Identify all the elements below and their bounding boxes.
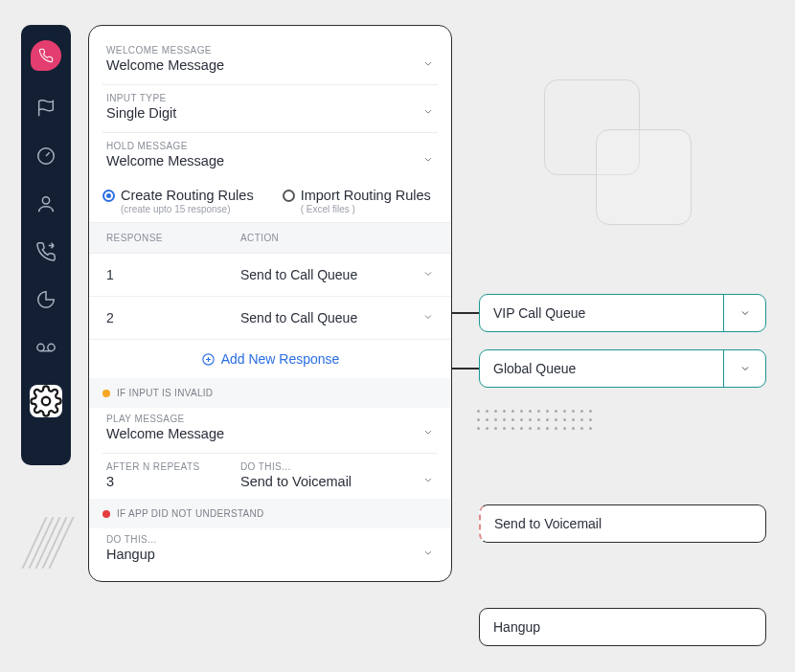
- user-icon[interactable]: [35, 193, 57, 214]
- after-repeats-row: AFTER N REPEATS 3 DO THIS... Send to Voi…: [89, 456, 451, 499]
- connector-line: [452, 312, 479, 314]
- chevron-down-icon: [422, 266, 434, 283]
- add-label: Add New Response: [221, 351, 340, 367]
- welcome-message-select[interactable]: WELCOME MESSAGE Welcome Message: [89, 39, 451, 82]
- field-value: Single Digit: [106, 105, 434, 121]
- chevron-down-icon: [422, 309, 434, 326]
- response-table-header: RESPONSE ACTION: [89, 222, 451, 254]
- routing-mode-radios: Create Routing Rules (create upto 15 res…: [89, 178, 451, 222]
- radio-label: Create Routing Rules: [121, 188, 254, 203]
- chevron-down-icon: [422, 545, 434, 562]
- header-response: RESPONSE: [106, 233, 240, 243]
- field-label: WELCOME MESSAGE: [106, 45, 434, 56]
- svg-point-4: [42, 397, 51, 406]
- dropdown-text: Global Queue: [493, 361, 723, 376]
- field-value: Send to Voicemail: [240, 474, 434, 489]
- field-value: 3: [106, 474, 240, 489]
- add-response-button[interactable]: Add New Response: [89, 340, 451, 378]
- chevron-down-icon: [422, 424, 434, 441]
- hold-message-select[interactable]: HOLD MESSAGE Welcome Message: [89, 135, 451, 178]
- queue-select-1[interactable]: VIP Call Queue: [479, 294, 766, 332]
- pie-icon[interactable]: [35, 289, 57, 310]
- svg-point-2: [37, 344, 44, 350]
- response-cell: 2: [106, 310, 240, 325]
- import-routing-radio[interactable]: Import Routing Rules ( Excel files ): [283, 188, 431, 214]
- radio-sublabel: ( Excel files ): [301, 204, 355, 214]
- gauge-icon[interactable]: [35, 146, 57, 167]
- after-n-field[interactable]: AFTER N REPEATS 3: [106, 461, 240, 489]
- settings-icon[interactable]: [30, 385, 62, 417]
- decorative-dots: [477, 410, 592, 430]
- phone-forward-icon[interactable]: [35, 241, 57, 262]
- final-do-this-select[interactable]: DO THIS... Hangup: [89, 528, 451, 571]
- input-type-select[interactable]: INPUT TYPE Single Digit: [89, 87, 451, 130]
- field-label: PLAY MESSAGE: [106, 414, 434, 424]
- action-cell: Send to Call Queue: [240, 267, 434, 282]
- plus-circle-icon: [201, 352, 216, 367]
- radio-sublabel: (create upto 15 response): [121, 204, 231, 214]
- chevron-down-icon: [723, 350, 765, 387]
- error-dot-icon: [102, 510, 110, 518]
- radio-label: Import Routing Rules: [301, 188, 431, 203]
- chevron-down-icon: [422, 103, 434, 121]
- connector-line: [452, 368, 479, 370]
- banner-text: IF INPUT IS INVALID: [117, 388, 213, 398]
- play-message-select[interactable]: PLAY MESSAGE Welcome Message: [89, 408, 451, 451]
- field-label: DO THIS...: [240, 461, 434, 472]
- divider: [102, 132, 438, 133]
- warning-dot-icon: [102, 390, 110, 397]
- dropdown-text: VIP Call Queue: [493, 305, 723, 321]
- divider: [102, 84, 438, 85]
- field-value: Welcome Message: [106, 153, 434, 168]
- field-label: INPUT TYPE: [106, 93, 434, 103]
- chevron-down-icon: [422, 56, 434, 73]
- svg-point-1: [42, 197, 49, 204]
- field-label: DO THIS...: [106, 534, 434, 545]
- field-label: AFTER N REPEATS: [106, 461, 240, 472]
- field-value: Hangup: [106, 547, 434, 562]
- svg-point-3: [48, 344, 55, 350]
- decorative-hatch: [34, 517, 62, 569]
- voicemail-icon[interactable]: [35, 337, 57, 358]
- divider: [102, 453, 438, 454]
- decorative-square-2: [596, 129, 692, 225]
- field-value: Welcome Message: [106, 57, 434, 73]
- invalid-input-banner: IF INPUT IS INVALID: [89, 378, 451, 408]
- radio-unchecked-icon: [283, 190, 295, 202]
- routing-config-panel: WELCOME MESSAGE Welcome Message INPUT TY…: [88, 25, 452, 582]
- response-cell: 1: [106, 267, 240, 282]
- chevron-down-icon: [422, 472, 434, 489]
- chevron-down-icon: [723, 295, 765, 331]
- voicemail-select[interactable]: Send to Voicemail: [479, 504, 766, 543]
- sidebar: [21, 25, 71, 465]
- chevron-down-icon: [422, 151, 434, 168]
- phone-icon[interactable]: [31, 40, 61, 71]
- not-understand-banner: IF APP DID NOT UNDERSTAND: [89, 499, 451, 528]
- create-routing-radio[interactable]: Create Routing Rules (create upto 15 res…: [102, 188, 254, 214]
- field-label: HOLD MESSAGE: [106, 141, 434, 151]
- hangup-select[interactable]: Hangup: [479, 608, 766, 646]
- queue-select-2[interactable]: Global Queue: [479, 349, 766, 388]
- banner-text: IF APP DID NOT UNDERSTAND: [117, 508, 264, 519]
- dropdown-text: Send to Voicemail: [494, 516, 752, 531]
- do-this-select[interactable]: DO THIS... Send to Voicemail: [240, 461, 434, 489]
- dropdown-text: Hangup: [493, 619, 752, 635]
- header-action: ACTION: [240, 233, 434, 243]
- table-row[interactable]: 2 Send to Call Queue: [89, 297, 451, 340]
- action-cell: Send to Call Queue: [240, 310, 434, 325]
- radio-checked-icon: [102, 190, 115, 202]
- flag-icon[interactable]: [35, 98, 57, 119]
- field-value: Welcome Message: [106, 426, 434, 441]
- table-row[interactable]: 1 Send to Call Queue: [89, 254, 451, 297]
